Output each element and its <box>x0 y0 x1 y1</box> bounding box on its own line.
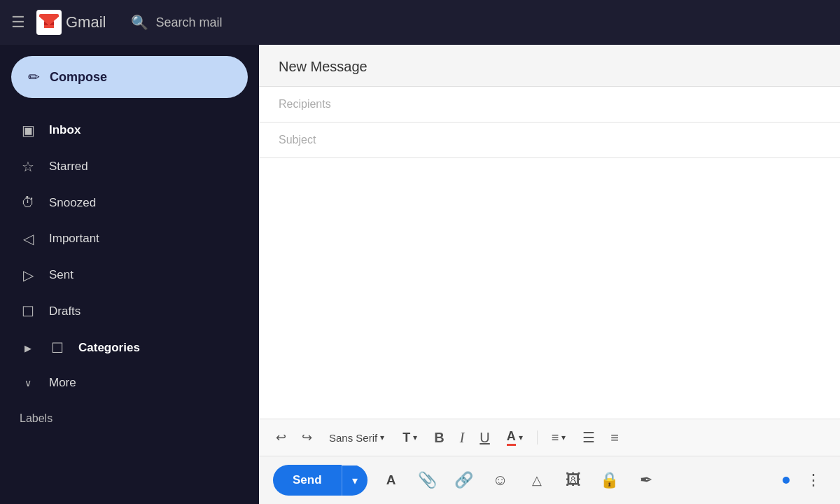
gmail-logo-icon <box>36 10 62 35</box>
subject-input[interactable] <box>279 134 820 146</box>
sidebar-item-more[interactable]: ∨ More <box>0 366 251 400</box>
font-color-label: A <box>507 429 516 446</box>
font-size-label: T <box>402 430 410 445</box>
main-layout: ✏ Compose ▣ Inbox ☆ Starred ⏱ Snoozed ◁ … <box>0 45 840 504</box>
gmail-title: Gmail <box>66 13 106 31</box>
formatting-toolbar: ↩ ↪ Sans Serif ▾ T ▾ B I U A ▾ ≡ ▾ ☰ <box>259 419 840 456</box>
gmail-logo: Gmail <box>36 10 106 35</box>
sidebar-item-starred[interactable]: ☆ Starred <box>0 148 251 185</box>
sidebar-item-drafts[interactable]: ☐ Drafts <box>0 293 251 330</box>
sidebar-item-label: Snoozed <box>49 196 96 210</box>
bold-button[interactable]: B <box>431 427 447 449</box>
undo-button[interactable]: ↩ <box>273 427 289 448</box>
font-selector[interactable]: Sans Serif ▾ <box>325 429 388 447</box>
compose-icon: ✏ <box>28 69 40 85</box>
font-color-selector[interactable]: A ▾ <box>503 426 527 449</box>
subject-field[interactable] <box>259 122 840 158</box>
link-button[interactable]: 🔗 <box>451 468 477 493</box>
sidebar-item-important[interactable]: ◁ Important <box>0 220 251 257</box>
notification-dot <box>783 477 790 484</box>
sidebar-item-label: Drafts <box>49 304 80 318</box>
font-name: Sans Serif <box>329 432 377 444</box>
bottom-bar: Send ▾ A 📎 🔗 ☺ △ 🖼 🔒 ✒ ⋮ <box>259 456 840 504</box>
compose-button[interactable]: ✏ Compose <box>11 56 248 98</box>
menu-icon[interactable]: ☰ <box>11 13 25 31</box>
more-options-button[interactable]: ⋮ <box>801 468 826 493</box>
expand-arrow-icon: ▶ <box>20 343 36 354</box>
drive-button[interactable]: △ <box>524 468 550 493</box>
recipients-field[interactable] <box>259 87 840 122</box>
lock-button[interactable]: 🔒 <box>597 468 622 493</box>
font-size-dropdown-icon: ▾ <box>413 433 417 442</box>
sidebar: ✏ Compose ▣ Inbox ☆ Starred ⏱ Snoozed ◁ … <box>0 45 259 504</box>
inbox-icon: ▣ <box>20 122 36 139</box>
italic-button[interactable]: I <box>457 427 468 449</box>
emoji-button[interactable]: ☺ <box>488 468 513 493</box>
starred-icon: ☆ <box>20 158 36 175</box>
compose-body[interactable] <box>259 158 840 419</box>
sidebar-item-label: Sent <box>49 268 74 282</box>
sidebar-item-label: Starred <box>49 160 88 174</box>
search-icon: 🔍 <box>131 14 148 31</box>
attach-button[interactable]: 📎 <box>415 468 440 493</box>
sidebar-item-categories[interactable]: ▶ ☐ Categories <box>0 330 251 366</box>
send-button[interactable]: Send <box>273 465 342 496</box>
toolbar-divider <box>537 430 538 444</box>
sent-icon: ▷ <box>20 267 36 284</box>
photo-button[interactable]: 🖼 <box>561 468 586 493</box>
font-dropdown-icon: ▾ <box>380 433 384 442</box>
recipients-input[interactable] <box>279 98 820 111</box>
labels-section: Labels <box>0 400 259 425</box>
search-label: Search mail <box>155 15 222 30</box>
compose-title: New Message <box>279 59 368 74</box>
sidebar-item-label: Inbox <box>49 123 80 137</box>
send-button-group[interactable]: Send ▾ <box>273 465 368 496</box>
sidebar-item-sent[interactable]: ▷ Sent <box>0 257 251 293</box>
format-button[interactable]: A <box>379 468 404 493</box>
drafts-icon: ☐ <box>20 303 36 320</box>
indent-button[interactable]: ≡ <box>608 427 622 449</box>
important-icon: ◁ <box>20 230 36 247</box>
compose-header: New Message <box>259 45 840 87</box>
labels-text: Labels <box>20 412 52 424</box>
sidebar-item-label: Categories <box>78 341 140 355</box>
underline-button[interactable]: U <box>477 427 492 449</box>
search-bar: 🔍 Search mail <box>131 14 222 31</box>
compose-label: Compose <box>50 70 107 85</box>
list-button[interactable]: ☰ <box>580 426 598 449</box>
align-selector[interactable]: ≡ ▾ <box>547 428 570 448</box>
sidebar-item-snoozed[interactable]: ⏱ Snoozed <box>0 185 251 220</box>
align-icon: ≡ <box>552 430 559 445</box>
sidebar-item-inbox[interactable]: ▣ Inbox <box>0 112 251 148</box>
sidebar-item-label: Important <box>49 232 99 246</box>
topbar: ☰ Gmail 🔍 Search mail <box>0 0 840 45</box>
send-dropdown-button[interactable]: ▾ <box>342 465 368 496</box>
align-dropdown-icon: ▾ <box>561 433 566 442</box>
categories-icon: ☐ <box>49 340 66 356</box>
font-size-selector[interactable]: T ▾ <box>398 428 421 448</box>
font-color-dropdown-icon: ▾ <box>519 433 523 442</box>
sidebar-item-label: More <box>49 376 76 390</box>
snoozed-icon: ⏱ <box>20 195 36 211</box>
redo-button[interactable]: ↪ <box>299 427 315 448</box>
signature-button[interactable]: ✒ <box>634 468 659 493</box>
body-editor[interactable] <box>279 169 820 309</box>
more-chevron-icon: ∨ <box>20 377 36 388</box>
compose-panel: New Message ↩ ↪ Sans Serif ▾ T ▾ <box>259 45 840 504</box>
